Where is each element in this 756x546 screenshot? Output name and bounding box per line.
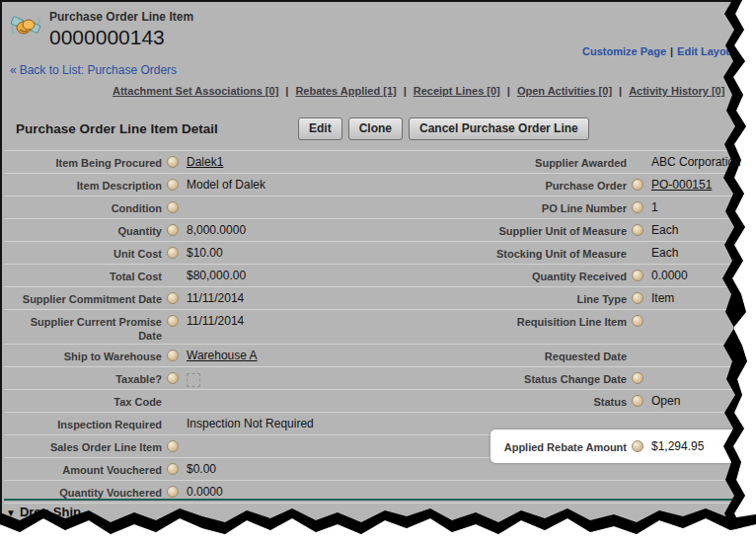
detail-cell: Status Change Date xyxy=(380,367,737,389)
help-slot xyxy=(162,199,184,217)
detail-button-bar: EditCloneCancel Purchase Order Line xyxy=(298,117,595,140)
detail-section-header: Purchase Order Line Item Detail EditClon… xyxy=(16,117,746,140)
field-label-item-being-procured: Item Being Procured xyxy=(4,154,162,170)
help-icon[interactable] xyxy=(167,486,179,498)
field-value-item-description: Model of Dalek xyxy=(184,177,380,192)
related-link-activity-history[interactable]: Activity History xyxy=(629,85,712,97)
help-slot xyxy=(627,199,648,217)
taxable-checkbox xyxy=(187,373,200,387)
related-links-separator: | xyxy=(731,85,734,97)
record-meta: Purchase Order Line Item 0000000143 xyxy=(49,10,193,48)
help-icon[interactable] xyxy=(167,463,179,475)
field-label-requisition-line-item: Requisition Line Item xyxy=(380,313,627,329)
related-link-receipt-lines[interactable]: Receipt Lines xyxy=(414,85,488,97)
field-value-total-cost: $80,000.00 xyxy=(184,268,380,282)
help-icon[interactable] xyxy=(167,350,179,361)
help-icon[interactable] xyxy=(632,292,643,304)
help-icon[interactable] xyxy=(167,292,179,304)
field-value-supplier-current-promise-date: 11/11/2014 xyxy=(184,313,380,328)
help-slot xyxy=(627,393,648,411)
field-label-applied-rebate-amount: Applied Rebate Amount xyxy=(380,438,627,454)
detail-row: Supplier Commitment Date11/11/2014Line T… xyxy=(4,287,756,310)
detail-cell: Line TypeItem xyxy=(380,287,737,309)
detail-cell: Unit Cost$10.00 xyxy=(4,242,380,264)
related-list-shortcuts: Attachment Set Associations [0]|Rebates … xyxy=(113,85,756,97)
help-icon[interactable] xyxy=(632,440,643,452)
field-value-po-line-number: 1 xyxy=(648,199,737,214)
cancel-purchase-order-line-button[interactable]: Cancel Purchase Order Line xyxy=(409,117,589,140)
related-links-separator: | xyxy=(619,85,622,97)
help-icon[interactable] xyxy=(632,395,643,407)
help-icon[interactable] xyxy=(167,440,179,452)
detail-row: ConditionPO Line Number1 xyxy=(4,196,756,219)
help-icon[interactable] xyxy=(632,179,643,191)
help-icon[interactable] xyxy=(167,372,179,384)
related-link-count[interactable]: [0] xyxy=(265,85,278,97)
customize-page-link[interactable]: Customize Page xyxy=(582,45,666,57)
help-icon[interactable] xyxy=(167,315,179,327)
related-link-count[interactable]: [0] xyxy=(712,85,724,97)
back-chevron-icon: « xyxy=(10,63,17,77)
help-slot xyxy=(162,245,184,263)
field-label-quantity-vouchered: Quantity Vouchered xyxy=(4,484,162,500)
drop-ship-section-header[interactable]: ▼Drop Ship xyxy=(6,505,81,519)
help-icon[interactable] xyxy=(632,201,643,213)
related-link-count[interactable]: [0] xyxy=(487,85,499,97)
page-tools: Customize Page|Edit Layout xyxy=(582,45,736,57)
detail-cell: Inspection RequiredInspection Not Requir… xyxy=(4,413,380,434)
edit-button[interactable]: Edit xyxy=(298,117,342,140)
detail-row: Item Being ProcuredDalek1Supplier Awarde… xyxy=(4,151,756,174)
detail-cell: Tax Code xyxy=(4,390,380,412)
back-to-list-link[interactable]: «Back to List: Purchase Orders xyxy=(10,63,177,77)
field-value-supplier-awarded: ABC Corporation xyxy=(648,154,741,169)
help-icon[interactable] xyxy=(632,224,643,236)
field-label-tax-code: Tax Code xyxy=(4,393,162,409)
field-value-quantity-vouchered: 0.0000 xyxy=(184,484,380,499)
related-link-attachment-set-associations[interactable]: Attachment Set Associations xyxy=(113,85,265,97)
field-label-condition: Condition xyxy=(4,199,162,215)
entity-label: Purchase Order Line Item xyxy=(49,10,193,24)
clone-button[interactable]: Clone xyxy=(348,117,403,140)
help-slot xyxy=(162,313,184,331)
back-link-label: Back to List: Purchase Orders xyxy=(20,63,177,77)
related-links-separator: | xyxy=(507,85,510,97)
field-label-quantity-received: Quantity Received xyxy=(380,268,627,283)
detail-title: Purchase Order Line Item Detail xyxy=(16,121,298,136)
detail-row: Tax CodeStatusOpen xyxy=(4,390,756,413)
help-icon[interactable] xyxy=(167,224,179,236)
field-label-item-description: Item Description xyxy=(4,177,162,193)
related-link-open-activities[interactable]: Open Activities xyxy=(517,85,599,97)
help-icon[interactable] xyxy=(167,201,179,213)
help-slot xyxy=(627,268,648,285)
field-label-status: Status xyxy=(380,393,627,409)
field-label-sales-order-line-item: Sales Order Line Item xyxy=(4,438,162,454)
field-label-supplier-commitment-date: Supplier Commitment Date xyxy=(4,290,162,306)
related-link-count[interactable]: [1] xyxy=(383,85,396,97)
help-icon[interactable] xyxy=(167,156,179,168)
field-value-quantity-received: 0.0000 xyxy=(648,268,737,282)
field-value-quantity: 8,000.0000 xyxy=(184,222,380,237)
related-links-separator: | xyxy=(285,85,288,97)
detail-cell: Purchase OrderPO-000151 xyxy=(380,174,737,195)
field-label-total-cost: Total Cost xyxy=(4,268,162,283)
help-icon[interactable] xyxy=(632,270,643,281)
related-link-rebates-applied[interactable]: Rebates Applied xyxy=(295,85,383,97)
detail-cell: Supplier Current Promise Date11/11/2014 xyxy=(4,310,380,344)
field-value-tax-code xyxy=(184,393,380,394)
edit-layout-link[interactable]: Edit Layout xyxy=(677,45,736,57)
detail-cell: Supplier Unit of MeasureEach xyxy=(380,219,737,241)
related-link-notes[interactable]: Notes xyxy=(741,85,756,97)
help-slot xyxy=(627,177,648,195)
field-value-purchase-order[interactable]: PO-000151 xyxy=(648,177,737,192)
record-header: Purchase Order Line Item 0000000143 xyxy=(10,10,193,48)
help-icon[interactable] xyxy=(167,247,179,259)
help-slot xyxy=(162,370,184,388)
related-link-count[interactable]: [0] xyxy=(599,85,612,97)
field-value-item-being-procured[interactable]: Dalek1 xyxy=(184,154,380,169)
help-icon[interactable] xyxy=(632,315,643,327)
field-label-requested-date: Requested Date xyxy=(380,348,627,363)
field-label-status-change-date: Status Change Date xyxy=(380,370,627,386)
help-icon[interactable] xyxy=(632,372,643,384)
field-value-ship-to-warehouse[interactable]: Warehouse A xyxy=(184,348,380,362)
help-icon[interactable] xyxy=(167,179,179,191)
